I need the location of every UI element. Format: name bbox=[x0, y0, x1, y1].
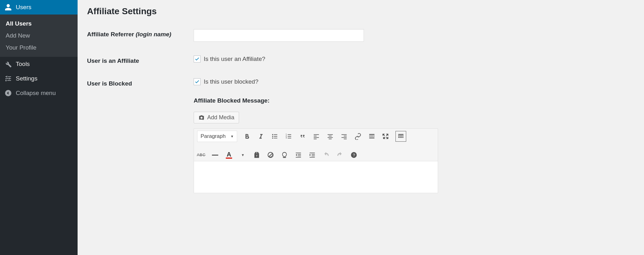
svg-rect-39 bbox=[401, 137, 402, 138]
is-affiliate-checkbox-label: Is this user an Affiliate? bbox=[204, 56, 265, 62]
svg-point-3 bbox=[272, 138, 273, 139]
sidebar-item-label: Settings bbox=[16, 75, 38, 82]
svg-rect-11 bbox=[288, 136, 291, 137]
check-icon bbox=[195, 79, 200, 84]
label-user-is-blocked: User is Blocked bbox=[87, 78, 194, 87]
affiliate-referrer-input[interactable] bbox=[194, 29, 364, 42]
svg-rect-12 bbox=[288, 138, 291, 139]
svg-rect-16 bbox=[314, 139, 317, 139]
sidebar-item-label: Tools bbox=[16, 61, 30, 68]
svg-point-2 bbox=[272, 136, 273, 137]
add-media-button[interactable]: Add Media bbox=[194, 112, 239, 123]
row-affiliate-referrer: Affiliate Referrer (login name) bbox=[87, 29, 635, 42]
svg-rect-44 bbox=[298, 154, 301, 155]
horizontal-rule-button[interactable] bbox=[211, 151, 219, 159]
svg-rect-47 bbox=[310, 153, 315, 153]
bold-button[interactable] bbox=[243, 132, 251, 140]
sliders-icon bbox=[4, 75, 12, 82]
toolbar-toggle-button[interactable] bbox=[395, 131, 406, 142]
admin-sidebar: Users All Users Add New Your Profile Too… bbox=[0, 0, 78, 255]
submenu-all-users[interactable]: All Users bbox=[0, 18, 78, 30]
users-submenu: All Users Add New Your Profile bbox=[0, 15, 78, 57]
svg-rect-33 bbox=[398, 135, 400, 136]
blockquote-button[interactable] bbox=[298, 132, 307, 140]
svg-rect-22 bbox=[344, 136, 347, 136]
link-button[interactable] bbox=[354, 132, 362, 140]
text-color-dropdown[interactable]: ▼ bbox=[239, 151, 247, 159]
undo-button[interactable] bbox=[322, 151, 330, 159]
fullscreen-button[interactable] bbox=[382, 132, 390, 140]
format-select[interactable]: Paragraph bbox=[197, 131, 237, 142]
italic-button[interactable] bbox=[257, 132, 265, 140]
special-character-button[interactable] bbox=[280, 151, 289, 159]
svg-rect-21 bbox=[342, 134, 347, 135]
svg-rect-25 bbox=[369, 134, 375, 135]
row-user-is-blocked: User is Blocked Is this user blocked? Af… bbox=[87, 78, 635, 193]
is-blocked-checkbox-label: Is this user blocked? bbox=[204, 78, 258, 85]
align-center-button[interactable] bbox=[326, 132, 334, 140]
svg-rect-43 bbox=[296, 153, 301, 153]
label-affiliate-referrer: Affiliate Referrer (login name) bbox=[87, 29, 194, 38]
editor-content[interactable] bbox=[194, 161, 438, 193]
sidebar-item-tools[interactable]: Tools bbox=[0, 57, 78, 71]
strikethrough-button[interactable]: ABC bbox=[197, 151, 205, 159]
svg-rect-23 bbox=[342, 137, 347, 138]
redo-button[interactable] bbox=[336, 151, 344, 159]
svg-rect-31 bbox=[369, 138, 375, 139]
svg-rect-50 bbox=[310, 157, 315, 157]
editor-toolbar-row-2: ABC A ▼ T ? bbox=[197, 148, 435, 159]
svg-text:?: ? bbox=[353, 153, 355, 157]
submenu-your-profile[interactable]: Your Profile bbox=[0, 42, 78, 54]
svg-point-1 bbox=[272, 134, 273, 135]
read-more-button[interactable] bbox=[368, 132, 376, 140]
svg-rect-46 bbox=[296, 157, 301, 157]
wysiwyg-editor: Paragraph 123 ABC bbox=[194, 128, 438, 193]
svg-rect-45 bbox=[298, 156, 301, 156]
text-color-button[interactable]: A bbox=[225, 151, 233, 159]
svg-rect-35 bbox=[401, 135, 402, 136]
svg-rect-48 bbox=[312, 154, 315, 155]
main-content: Affiliate Settings Affiliate Referrer (l… bbox=[78, 0, 644, 255]
svg-rect-20 bbox=[329, 139, 332, 139]
svg-rect-37 bbox=[398, 137, 400, 138]
svg-rect-17 bbox=[328, 134, 333, 135]
indent-button[interactable] bbox=[308, 151, 316, 159]
collapse-menu[interactable]: Collapse menu bbox=[0, 86, 78, 100]
svg-rect-27 bbox=[369, 136, 371, 136]
svg-rect-32 bbox=[398, 134, 404, 135]
collapse-icon bbox=[4, 89, 12, 97]
svg-rect-24 bbox=[344, 139, 347, 139]
paste-text-button[interactable]: T bbox=[253, 151, 261, 159]
label-user-is-affiliate: User is an Affiliate bbox=[87, 56, 194, 64]
svg-rect-36 bbox=[403, 135, 404, 136]
svg-rect-28 bbox=[371, 136, 372, 136]
sidebar-item-users[interactable]: Users bbox=[0, 0, 78, 15]
align-right-button[interactable] bbox=[340, 132, 348, 140]
align-left-button[interactable] bbox=[312, 132, 320, 140]
svg-text:T: T bbox=[256, 154, 258, 157]
sidebar-item-settings[interactable]: Settings bbox=[0, 71, 78, 86]
svg-rect-18 bbox=[329, 136, 332, 136]
is-affiliate-checkbox[interactable] bbox=[194, 56, 201, 62]
help-button[interactable]: ? bbox=[350, 151, 358, 159]
svg-rect-15 bbox=[314, 137, 319, 138]
clear-formatting-button[interactable] bbox=[266, 151, 275, 159]
submenu-add-new[interactable]: Add New bbox=[0, 30, 78, 42]
svg-rect-5 bbox=[274, 136, 278, 137]
numbered-list-button[interactable]: 123 bbox=[284, 132, 293, 140]
sidebar-item-label: Collapse menu bbox=[16, 90, 56, 97]
user-icon bbox=[4, 3, 12, 11]
wrench-icon bbox=[4, 60, 12, 68]
svg-rect-14 bbox=[314, 136, 317, 136]
svg-rect-4 bbox=[274, 134, 278, 135]
outdent-button[interactable] bbox=[294, 151, 302, 159]
svg-rect-29 bbox=[372, 136, 373, 136]
svg-rect-40 bbox=[403, 137, 404, 138]
is-blocked-checkbox[interactable] bbox=[194, 78, 201, 85]
svg-text:3: 3 bbox=[286, 137, 287, 139]
bullet-list-button[interactable] bbox=[271, 132, 279, 140]
svg-rect-49 bbox=[312, 156, 315, 156]
svg-rect-34 bbox=[400, 135, 401, 136]
svg-rect-6 bbox=[274, 138, 278, 139]
blocked-message-label: Affiliate Blocked Message: bbox=[194, 97, 635, 104]
